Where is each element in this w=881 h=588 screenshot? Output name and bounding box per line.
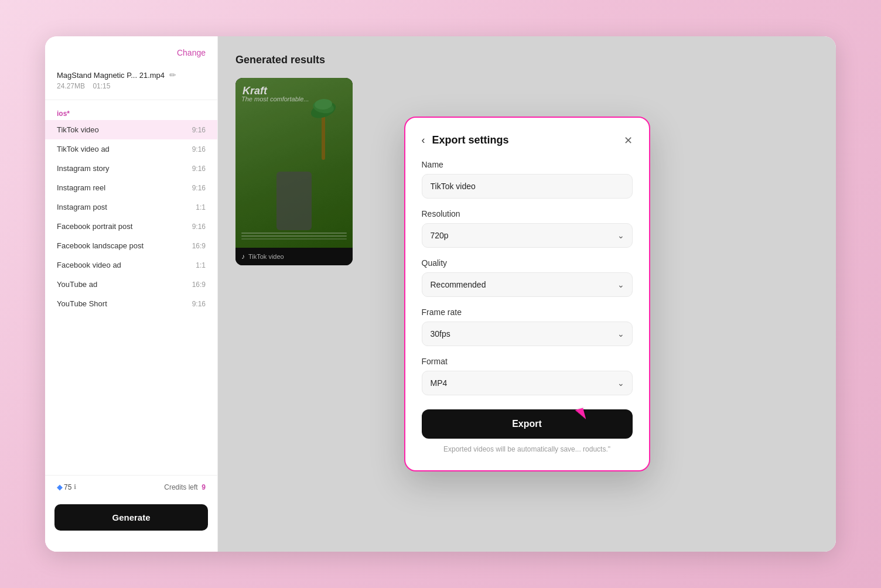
name-input[interactable] <box>422 174 633 199</box>
quality-select-wrapper: Recommended ⌄ <box>422 272 633 297</box>
sidebar-item[interactable]: Facebook portrait post 9:16 <box>45 217 217 236</box>
export-note: Exported videos will be automatically sa… <box>422 445 633 454</box>
format-label: Format <box>422 357 633 366</box>
resolution-field-group: Resolution 720p ⌄ <box>422 209 633 248</box>
generate-button[interactable]: Generate <box>54 504 208 531</box>
file-name: MagStand Magnetic P... 21.mp4 ✏ <box>57 70 206 80</box>
name-label: Name <box>422 160 633 169</box>
credits-badge: ◆ 75 ℹ <box>57 483 76 491</box>
export-settings-modal: ‹ Export settings ✕ Name Resolution 720p <box>404 117 650 472</box>
export-button[interactable]: Export <box>422 409 633 439</box>
sidebar-item[interactable]: Facebook landscape post 16:9 <box>45 236 217 255</box>
file-meta: 24.27MB 01:15 <box>57 82 206 90</box>
resolution-select-wrapper: 720p ⌄ <box>422 223 633 248</box>
framerate-field-group: Frame rate 30fps ⌄ <box>422 307 633 346</box>
change-button[interactable]: Change <box>45 48 217 64</box>
sidebar-item[interactable]: Instagram post 1:1 <box>45 197 217 217</box>
framerate-label: Frame rate <box>422 307 633 317</box>
modal-overlay: ‹ Export settings ✕ Name Resolution 720p <box>218 36 836 552</box>
main-container: Change MagStand Magnetic P... 21.mp4 ✏ 2… <box>45 36 836 552</box>
modal-back-button[interactable]: ‹ <box>422 134 425 146</box>
sidebar-item[interactable]: Instagram story 9:16 <box>45 159 217 178</box>
sidebar-list: TikTok video 9:16 TikTok video ad 9:16 I… <box>45 120 217 475</box>
modal-header-left: ‹ Export settings <box>422 134 509 146</box>
quality-field-group: Quality Recommended ⌄ <box>422 258 633 297</box>
diamond-icon: ◆ <box>57 483 63 491</box>
framerate-select[interactable]: 30fps <box>422 322 633 346</box>
section-label: ios* <box>45 105 217 120</box>
sidebar: Change MagStand Magnetic P... 21.mp4 ✏ 2… <box>45 36 218 552</box>
file-info: MagStand Magnetic P... 21.mp4 ✏ 24.27MB … <box>45 64 217 100</box>
edit-icon[interactable]: ✏ <box>169 70 176 80</box>
modal-header: ‹ Export settings ✕ <box>422 134 633 147</box>
info-icon[interactable]: ℹ <box>74 483 76 491</box>
sidebar-item[interactable]: YouTube Short 9:16 <box>45 294 217 313</box>
modal-close-button[interactable]: ✕ <box>624 134 633 147</box>
format-select-wrapper: MP4 ⌄ <box>422 371 633 395</box>
content-area: Generated results Kraft The most comfort… <box>218 36 836 552</box>
sidebar-footer: ◆ 75 ℹ Credits left 9 <box>45 475 217 498</box>
name-field-group: Name <box>422 160 633 199</box>
quality-label: Quality <box>422 258 633 268</box>
resolution-label: Resolution <box>422 209 633 218</box>
format-field-group: Format MP4 ⌄ <box>422 357 633 395</box>
sidebar-item[interactable]: Facebook video ad 1:1 <box>45 255 217 275</box>
sidebar-item[interactable]: Instagram reel 9:16 <box>45 178 217 197</box>
modal-title: Export settings <box>432 134 509 146</box>
sidebar-item[interactable]: YouTube ad 16:9 <box>45 275 217 294</box>
format-select[interactable]: MP4 <box>422 371 633 395</box>
sidebar-item[interactable]: TikTok video ad 9:16 <box>45 139 217 159</box>
quality-select[interactable]: Recommended <box>422 272 633 297</box>
credits-left: Credits left 9 <box>164 483 206 491</box>
sidebar-item[interactable]: TikTok video 9:16 <box>45 120 217 139</box>
framerate-select-wrapper: 30fps ⌄ <box>422 322 633 346</box>
resolution-select[interactable]: 720p <box>422 223 633 248</box>
